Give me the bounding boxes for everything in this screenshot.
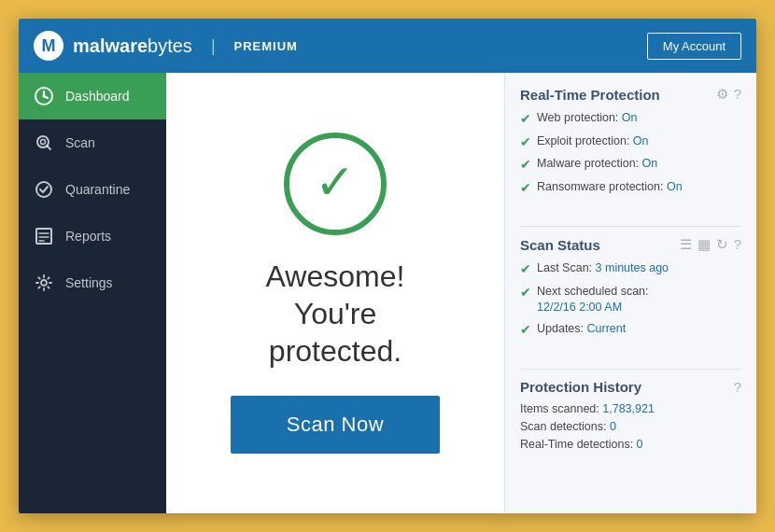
scan-status-title: Scan Status <box>520 237 600 253</box>
malware-protection-label: Malware protection: On <box>537 156 657 173</box>
last-scan-label: Last Scan: 3 minutes ago <box>537 260 669 277</box>
divider-2 <box>520 369 741 370</box>
settings-icon <box>34 273 54 293</box>
scan-status-section: Scan Status ☰ ▦ ↻ ? ✔ Last Scan: 3 minut… <box>520 236 741 343</box>
updates-label: Updates: Current <box>537 321 626 338</box>
logo-text: malwarebytes <box>73 35 192 57</box>
sidebar-settings-label: Settings <box>65 275 113 290</box>
history-header: Protection History ? <box>520 379 741 395</box>
app-body: Dashboard Scan Quarantine <box>19 73 756 513</box>
scan-detections-value: 0 <box>610 420 616 433</box>
web-protection-value: On <box>622 111 638 124</box>
scan-help-icon[interactable]: ? <box>734 236 741 253</box>
web-protection-item: ✔ Web protection: On <box>520 110 741 129</box>
help-icon[interactable]: ? <box>734 86 741 103</box>
reports-icon <box>34 226 54 246</box>
last-scan-item: ✔ Last Scan: 3 minutes ago <box>520 260 741 279</box>
malware-protection-check: ✔ <box>520 156 531 175</box>
main-content: ✓ Awesome! You're protected. Scan Now Re… <box>166 73 756 513</box>
logo-area: M malwarebytes | PREMIUM <box>34 31 298 61</box>
realtime-detections-item: Real-Time detections: 0 <box>520 438 741 451</box>
ransomware-protection-value: On <box>667 180 683 193</box>
app-window: M malwarebytes | PREMIUM My Account Dash… <box>19 19 756 513</box>
realtime-icons: ⚙ ? <box>716 86 741 103</box>
realtime-detections-value: 0 <box>637 438 643 451</box>
sidebar-quarantine-label: Quarantine <box>65 182 130 197</box>
checkmark-icon: ✓ <box>315 158 356 206</box>
svg-point-6 <box>41 280 47 286</box>
updates-check: ✔ <box>520 321 531 340</box>
exploit-protection-label: Exploit protection: On <box>537 133 649 150</box>
realtime-protection-section: Real-Time Protection ⚙ ? ✔ Web protectio… <box>520 86 741 202</box>
sidebar-item-settings[interactable]: Settings <box>19 259 166 306</box>
svg-point-1 <box>43 95 46 98</box>
updates-value: Current <box>587 322 627 335</box>
ransomware-protection-check: ✔ <box>520 179 531 198</box>
sidebar-item-dashboard[interactable]: Dashboard <box>19 73 166 119</box>
next-scan-item: ✔ Next scheduled scan:12/2/16 2:00 AM <box>520 284 741 316</box>
divider-1 <box>520 226 741 227</box>
malware-protection-item: ✔ Malware protection: On <box>520 156 741 175</box>
scan-icon <box>34 133 54 153</box>
sidebar-scan-label: Scan <box>65 135 95 150</box>
exploit-protection-check: ✔ <box>520 133 531 152</box>
malware-protection-value: On <box>642 157 658 170</box>
sidebar-item-scan[interactable]: Scan <box>19 119 166 166</box>
sidebar-reports-label: Reports <box>65 229 111 244</box>
svg-point-3 <box>41 140 46 145</box>
gear-icon[interactable]: ⚙ <box>716 86 728 103</box>
realtime-header: Real-Time Protection ⚙ ? <box>520 86 741 103</box>
history-help-icon[interactable]: ? <box>734 379 741 395</box>
header: M malwarebytes | PREMIUM My Account <box>19 19 756 73</box>
exploit-protection-item: ✔ Exploit protection: On <box>520 133 741 152</box>
scan-now-button[interactable]: Scan Now <box>231 396 440 454</box>
sidebar-item-quarantine[interactable]: Quarantine <box>19 166 166 213</box>
calendar-icon[interactable]: ▦ <box>698 236 711 253</box>
quarantine-icon <box>34 179 54 200</box>
protected-text: Awesome! You're protected. <box>266 258 405 370</box>
updates-item: ✔ Updates: Current <box>520 321 741 340</box>
refresh-icon[interactable]: ↻ <box>716 236 728 253</box>
last-scan-check: ✔ <box>520 260 531 279</box>
logo-premium: PREMIUM <box>234 39 298 53</box>
items-scanned-item: Items scanned: 1,783,921 <box>520 402 741 415</box>
logo-icon: M <box>34 31 63 61</box>
items-scanned-value: 1,783,921 <box>602 402 655 415</box>
scan-detections-item: Scan detections: 0 <box>520 420 741 433</box>
list-icon[interactable]: ☰ <box>680 236 692 253</box>
history-icons: ? <box>734 379 741 395</box>
status-check-circle: ✓ <box>284 133 387 235</box>
scan-status-icons: ☰ ▦ ↻ ? <box>680 236 741 253</box>
status-line3: protected. <box>269 334 402 368</box>
dashboard-icon <box>34 86 54 106</box>
my-account-button[interactable]: My Account <box>647 33 741 60</box>
ransomware-protection-label: Ransomware protection: On <box>537 179 683 196</box>
sidebar: Dashboard Scan Quarantine <box>19 73 166 513</box>
status-line1: Awesome! <box>266 259 405 293</box>
history-title: Protection History <box>520 379 641 395</box>
web-protection-check: ✔ <box>520 110 531 129</box>
scan-status-header: Scan Status ☰ ▦ ↻ ? <box>520 236 741 253</box>
next-scan-check: ✔ <box>520 284 531 302</box>
center-panel: ✓ Awesome! You're protected. Scan Now <box>166 73 504 513</box>
next-scan-value: 12/2/16 2:00 AM <box>537 301 622 314</box>
exploit-protection-value: On <box>633 134 649 147</box>
ransomware-protection-item: ✔ Ransomware protection: On <box>520 179 741 198</box>
status-line2: You're <box>294 297 377 330</box>
realtime-title: Real-Time Protection <box>520 87 660 103</box>
sidebar-item-reports[interactable]: Reports <box>19 213 166 259</box>
logo-divider: | <box>211 36 216 56</box>
web-protection-label: Web protection: On <box>537 110 637 127</box>
protection-history-section: Protection History ? Items scanned: 1,78… <box>520 379 741 455</box>
next-scan-label: Next scheduled scan:12/2/16 2:00 AM <box>537 284 649 316</box>
last-scan-value: 3 minutes ago <box>596 261 669 274</box>
right-panel: Real-Time Protection ⚙ ? ✔ Web protectio… <box>504 73 756 513</box>
sidebar-dashboard-label: Dashboard <box>65 89 130 104</box>
svg-point-4 <box>36 182 51 197</box>
